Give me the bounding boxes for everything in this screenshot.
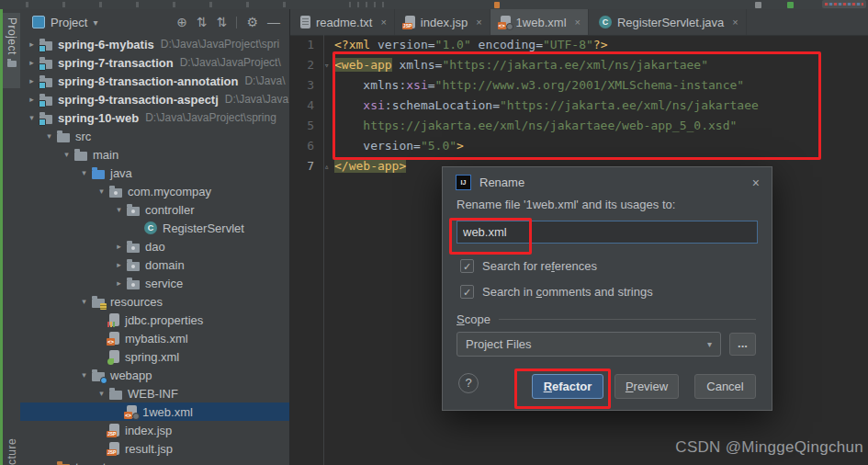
chevron-expanded-icon[interactable]: ▾ (26, 113, 38, 122)
tree-item-com.mycompay[interactable]: ▾com.mycompay (20, 182, 289, 200)
code-token: "https://jakarta.ee/xml/ns/jakartaee" (442, 58, 708, 72)
tree-item-target[interactable]: ▸target (20, 458, 289, 465)
help-button[interactable]: ? (458, 373, 479, 393)
gutter-line-number: 7 (290, 156, 323, 176)
tab-close-icon[interactable]: × (575, 17, 581, 28)
tree-item-service[interactable]: ▸service (20, 274, 289, 292)
tree-item-label: resources (110, 295, 163, 309)
tree-item-controller[interactable]: ▾controller (20, 200, 289, 219)
tree-item-spring.xml[interactable]: spring.xml (20, 347, 289, 366)
class-icon: C (599, 16, 612, 28)
folder-icon (57, 133, 70, 142)
tab-close-icon[interactable]: × (380, 17, 386, 28)
chevron-collapsed-icon[interactable]: ▸ (113, 278, 125, 288)
xml-badge-icon: <> (124, 412, 132, 419)
tab-close-icon[interactable]: × (476, 17, 481, 28)
tree-item-mybatis.xml[interactable]: <>mybatis.xml (20, 329, 289, 347)
tree-item-spring-7-transaction[interactable]: ▸spring-7-transactionD:\Java\JavaProject… (20, 53, 289, 72)
folder-icon (7, 61, 17, 67)
chevron-expanded-icon[interactable]: ▾ (78, 370, 90, 380)
editor-tab-bar: readme.txt×JSPindex.jsp×<>1web.xml×CRegi… (290, 9, 868, 36)
locate-icon[interactable]: ⊕ (176, 16, 187, 28)
tree-item-src[interactable]: ▾src (20, 127, 289, 145)
tab-1web.xml[interactable]: <>1web.xml× (490, 9, 589, 35)
tree-item-main[interactable]: ▾main (20, 145, 289, 164)
checkbox-search-for-references[interactable]: ✓Search for references (460, 259, 597, 273)
package-icon (127, 207, 140, 216)
expand-all-icon[interactable]: ⇅ (197, 16, 208, 28)
fold-marker-icon[interactable]: ▵ (324, 156, 329, 176)
stripe-structure-label: Structure (6, 414, 18, 465)
stripe-button-structure[interactable]: Structure (3, 414, 20, 465)
gutter-line-number: 3 (290, 75, 323, 96)
gutter-line-number: 6 (290, 136, 323, 156)
tree-item-label: spring.xml (125, 350, 179, 364)
tree-item-java[interactable]: ▾java (20, 164, 289, 182)
tree-item-WEB-INF[interactable]: ▾WEB-INF (20, 384, 289, 403)
checkbox-icon[interactable]: ✓ (460, 259, 474, 273)
code-token: version (378, 38, 428, 51)
chevron-collapsed-icon[interactable]: ▸ (113, 260, 125, 269)
code-line-1: <?xml version="1.0" encoding="UTF-8"?> (324, 35, 868, 55)
package-icon (127, 262, 140, 271)
tree-item-domain[interactable]: ▸domain (20, 255, 289, 274)
code-token: > (457, 139, 464, 153)
chevron-expanded-icon[interactable]: ▾ (61, 150, 73, 159)
chevron-expanded-icon[interactable]: ▾ (78, 168, 90, 177)
chevron-expanded-icon[interactable]: ▾ (96, 389, 107, 398)
chevron-collapsed-icon[interactable]: ▸ (26, 40, 38, 49)
preview-button[interactable]: Preview (614, 374, 679, 399)
tab-RegisterServlet.java[interactable]: CRegisterServlet.java× (589, 9, 747, 35)
scope-more-button[interactable]: ... (729, 333, 756, 356)
scope-section: Scope (457, 312, 756, 326)
tree-item-spring-6-mybatis[interactable]: ▸spring-6-mybatisD:\Java\JavaProject\spr… (20, 35, 289, 53)
code-token: encoding (479, 38, 536, 51)
fold-marker-icon[interactable]: ▿ (324, 55, 329, 75)
chevron-expanded-icon[interactable]: ▾ (113, 205, 125, 214)
settings-icon[interactable]: ⚙ (246, 16, 258, 28)
chevron-collapsed-icon[interactable]: ▸ (26, 95, 38, 104)
close-icon[interactable]: × (752, 176, 760, 189)
new-name-input[interactable] (457, 221, 758, 244)
tab-readme.txt[interactable]: readme.txt× (290, 9, 395, 35)
tree-item-spring-8-transaction-annotation[interactable]: ▸spring-8-transaction-annotationD:\Java\ (20, 72, 289, 90)
tree-item-RegisterServlet[interactable]: CRegisterServlet (20, 219, 289, 237)
tree-item-jdbc.properties[interactable]: jdbc.properties (20, 311, 289, 329)
collapse-all-icon[interactable]: ⇅ (217, 16, 228, 28)
dialog-title-bar[interactable]: IJ Rename × (443, 167, 772, 190)
stripe-button-project[interactable]: Project (3, 13, 20, 88)
chevron-collapsed-icon[interactable]: ▸ (26, 58, 38, 67)
tree-item-label: result.jsp (125, 442, 173, 456)
code-token: xsi (406, 78, 427, 92)
checkbox-label: Search in comments and strings (482, 285, 653, 299)
tree-item-result.jsp[interactable]: JSPresult.jsp (20, 439, 289, 458)
chevron-expanded-icon[interactable]: ▾ (78, 297, 90, 306)
chevron-collapsed-icon[interactable]: ▸ (113, 242, 125, 251)
project-panel-title[interactable]: Project (51, 16, 87, 29)
tab-close-icon[interactable]: × (732, 17, 738, 28)
tree-item-webapp[interactable]: ▾webapp (20, 366, 289, 384)
tree-item-index.jsp[interactable]: JSPindex.jsp (20, 421, 289, 439)
code-token: <?xml (334, 38, 378, 51)
descriptor-badge-icon (506, 23, 513, 30)
scope-dropdown[interactable]: Project Files ▾ (457, 332, 721, 357)
checkbox-search-in-comments-and-strings[interactable]: ✓Search in comments and strings (460, 285, 653, 299)
tab-index.jsp[interactable]: JSPindex.jsp× (395, 9, 490, 35)
tree-item-1web.xml[interactable]: <>1web.xml (20, 403, 289, 421)
checkbox-icon[interactable]: ✓ (460, 285, 474, 299)
chevron-down-icon[interactable]: ▾ (93, 17, 97, 28)
tree-item-spring-10-web[interactable]: ▾spring-10-webD:\Java\JavaProject\spring (20, 108, 289, 127)
refactor-button[interactable]: Refactor (532, 374, 603, 399)
tree-item-path: D:\Java\JavaProject\ (180, 56, 281, 69)
cancel-button[interactable]: Cancel (694, 374, 756, 399)
chevron-expanded-icon[interactable]: ▾ (96, 187, 107, 196)
chevron-collapsed-icon[interactable]: ▸ (26, 76, 38, 85)
hide-panel-icon[interactable]: — (267, 16, 280, 28)
tree-item-label: src (75, 130, 91, 143)
tree-item-label: jdbc.properties (125, 313, 203, 327)
intellij-logo-icon: IJ (456, 175, 471, 190)
chevron-expanded-icon[interactable]: ▾ (43, 131, 55, 141)
tree-item-spring-9-transaction-aspectj[interactable]: ▸spring-9-transaction-aspectjD:\Java\Jav… (20, 90, 289, 108)
tree-item-resources[interactable]: ▾resources (20, 292, 289, 311)
tree-item-dao[interactable]: ▸dao (20, 237, 289, 255)
